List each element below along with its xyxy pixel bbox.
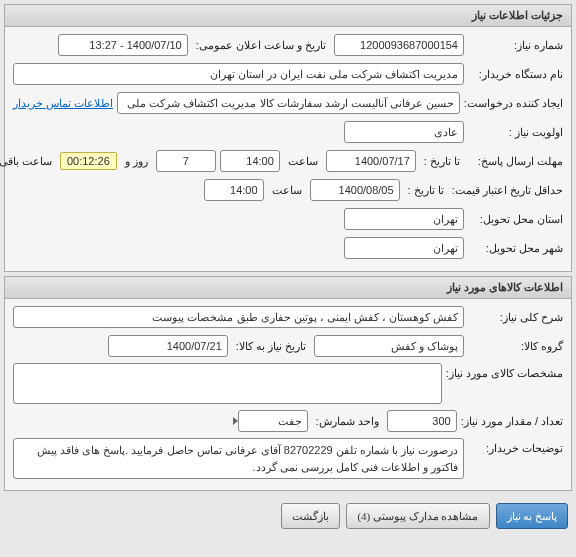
goods-spec-field[interactable]: [13, 363, 442, 404]
public-date-field[interactable]: [58, 34, 188, 56]
label-delivery-province: استان محل تحویل:: [468, 213, 563, 226]
need-info-title: جزئیات اطلاعات نیاز: [472, 9, 563, 21]
label-unit: واحد شمارش:: [312, 415, 383, 428]
chevron-left-icon[interactable]: [233, 417, 238, 425]
goods-info-panel: اطلاعات کالاهای مورد نیاز شرح کلی نیاز: …: [4, 276, 572, 491]
label-buyer-notes: توضیحات خریدار:: [468, 438, 563, 455]
label-day-and: روز و: [121, 155, 152, 168]
button-bar: پاسخ به نیاز مشاهده مدارک پیوستی (4) باز…: [0, 495, 576, 537]
label-public-date: تاریخ و ساعت اعلان عمومی:: [192, 39, 330, 52]
label-time-2: ساعت: [268, 184, 306, 197]
goods-info-title: اطلاعات کالاهای مورد نیاز: [447, 281, 563, 293]
qty-field[interactable]: [387, 410, 457, 432]
need-desc-field[interactable]: [13, 306, 464, 328]
delivery-province-field[interactable]: [344, 208, 464, 230]
label-delivery-city: شهر محل تحویل:: [468, 242, 563, 255]
label-reply-deadline: مهلت ارسال پاسخ:: [468, 155, 563, 168]
goods-info-header: اطلاعات کالاهای مورد نیاز: [5, 277, 571, 299]
unit-field[interactable]: [238, 410, 308, 432]
label-min-valid: حداقل تاریخ اعتبار قیمت:: [452, 184, 563, 197]
label-time-1: ساعت: [284, 155, 322, 168]
label-need-no: شماره نیاز:: [468, 39, 563, 52]
label-creator: ایجاد کننده درخواست:: [464, 97, 563, 110]
attachments-button[interactable]: مشاهده مدارک پیوستی (4): [346, 503, 489, 529]
buyer-notes-field[interactable]: [13, 438, 464, 479]
label-to-date-2: تا تاریخ :: [404, 184, 448, 197]
label-goods-spec: مشخصات کالای مورد نیاز:: [446, 363, 563, 380]
delivery-city-field[interactable]: [344, 237, 464, 259]
need-no-field[interactable]: [334, 34, 464, 56]
label-time-remaining: ساعت باقی مانده: [0, 155, 56, 168]
reply-time-field[interactable]: [220, 150, 280, 172]
goods-group-field[interactable]: [314, 335, 464, 357]
label-priority: اولویت نیاز :: [468, 126, 563, 139]
label-need-date-goods: تاریخ نیاز به کالا:: [232, 340, 310, 353]
label-goods-group: گروه کالا:: [468, 340, 563, 353]
label-need-desc: شرح کلی نیاز:: [468, 311, 563, 324]
label-to-date-1: تا تاریخ :: [420, 155, 464, 168]
buyer-contact-link[interactable]: اطلاعات تماس خریدار: [13, 97, 113, 110]
need-info-panel: جزئیات اطلاعات نیاز شماره نیاز: تاریخ و …: [4, 4, 572, 272]
reply-button[interactable]: پاسخ به نیاز: [496, 503, 569, 529]
creator-field[interactable]: [117, 92, 460, 114]
need-info-header: جزئیات اطلاعات نیاز: [5, 5, 571, 27]
days-left-field[interactable]: [156, 150, 216, 172]
label-qty: تعداد / مقدار مورد نیاز:: [461, 415, 563, 428]
countdown-timer: 00:12:26: [60, 152, 117, 170]
need-info-body: شماره نیاز: تاریخ و ساعت اعلان عمومی: نا…: [5, 27, 571, 271]
reply-to-date-field[interactable]: [326, 150, 416, 172]
label-buyer-device: نام دستگاه خریدار:: [468, 68, 563, 81]
priority-field[interactable]: [344, 121, 464, 143]
need-date-goods-field[interactable]: [108, 335, 228, 357]
valid-time-field[interactable]: [204, 179, 264, 201]
valid-to-date-field[interactable]: [310, 179, 400, 201]
goods-info-body: شرح کلی نیاز: گروه کالا: تاریخ نیاز به ک…: [5, 299, 571, 490]
back-button[interactable]: بازگشت: [281, 503, 340, 529]
buyer-device-field[interactable]: [13, 63, 464, 85]
